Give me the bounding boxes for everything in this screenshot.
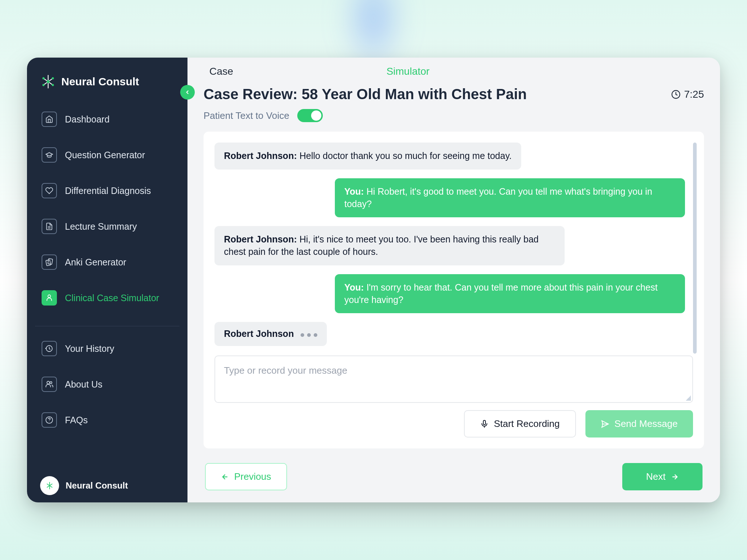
person-icon [42,290,57,306]
svg-point-2 [52,78,54,79]
input-placeholder: Type or record your message [224,365,347,376]
svg-point-4 [52,84,54,86]
sidebar-item-diff-dx[interactable]: Differential Diagnosis [35,176,179,206]
message-sender: Robert Johnson: [224,151,297,161]
header-row: Case Review: 58 Year Old Man with Chest … [204,86,704,102]
sidebar-item-question-gen[interactable]: Question Generator [35,140,179,170]
sidebar-item-label: Anki Generator [65,257,126,268]
brand-icon [40,74,56,90]
svg-rect-15 [483,420,485,425]
actions: Start Recording Send Message [214,410,693,438]
tts-row: Patient Text to Voice [204,109,704,122]
send-message-button[interactable]: Send Message [585,410,693,438]
nav-primary: DashboardQuestion GeneratorDifferential … [27,104,187,319]
footer-brand-icon [40,476,59,495]
chevron-left-icon [184,89,191,96]
next-label: Next [646,471,665,482]
message-text: Hello doctor thank you so much for seein… [297,151,512,161]
message-sender: Robert Johnson: [224,234,297,244]
sidebar-item-label: FAQs [65,415,88,425]
cards-icon [42,254,57,270]
heart-icon [42,183,57,198]
collapse-sidebar-button[interactable] [180,85,195,100]
message-text: Hi Robert, it's good to meet you. Can yo… [344,186,652,209]
message-user: You: I'm sorry to hear that. Can you tel… [335,274,685,314]
chat-panel: Robert Johnson: Hello doctor thank you s… [204,132,704,448]
svg-point-11 [50,382,52,384]
previous-label: Previous [234,471,271,482]
sidebar-item-anki[interactable]: Anki Generator [35,247,179,277]
start-recording-button[interactable]: Start Recording [464,410,576,438]
previous-button[interactable]: Previous [205,463,287,490]
message-patient: Robert Johnson: Hello doctor thank you s… [214,143,521,170]
brand: Neural Consult [27,58,187,104]
people-icon [42,377,57,392]
home-icon [42,112,57,127]
content: Case Review: 58 Year Old Man with Chest … [187,79,720,502]
help-icon [42,412,57,428]
sidebar-item-label: Question Generator [65,150,145,160]
svg-point-3 [43,84,44,86]
typing-indicator: Robert Johnson [214,322,327,346]
sidebar-item-label: Differential Diagnosis [65,186,151,196]
message-sender: Robert Johnson [224,328,294,339]
sidebar-item-label: About Us [65,379,102,390]
microphone-icon [480,420,489,428]
cap-icon [42,147,57,163]
app-window: Neural Consult DashboardQuestion Generat… [27,58,720,502]
history-icon [42,341,57,356]
message-input[interactable]: Type or record your message [214,355,693,403]
doc-icon [42,219,57,234]
scrollbar[interactable] [693,143,697,354]
message-sender: You: [344,282,364,292]
sidebar: Neural Consult DashboardQuestion Generat… [27,58,187,502]
brand-name: Neural Consult [61,75,139,88]
nav-buttons: Previous Next [204,463,704,490]
chat-area: Robert Johnson: Hello doctor thank you s… [214,143,693,346]
sidebar-item-dashboard[interactable]: Dashboard [35,104,179,134]
next-button[interactable]: Next [622,463,703,490]
timer-value: 7:25 [684,89,704,100]
arrow-left-icon [221,473,229,481]
sidebar-item-label: Clinical Case Simulator [65,293,159,303]
tts-label: Patient Text to Voice [204,110,289,121]
svg-point-1 [43,78,44,79]
page-title: Case Review: 58 Year Old Man with Chest … [204,86,527,102]
sidebar-item-faqs[interactable]: FAQs [35,405,179,435]
sidebar-item-history[interactable]: Your History [35,334,179,363]
tab-case[interactable]: Case [209,66,233,77]
typing-dots-icon [301,333,317,337]
record-label: Start Recording [494,418,560,429]
svg-point-10 [47,381,50,384]
send-label: Send Message [615,418,678,429]
message-patient: Robert Johnson: Hi, it's nice to meet yo… [214,226,565,265]
tab-simulator[interactable]: Simulator [386,66,429,77]
sidebar-item-label: Dashboard [65,114,109,125]
clock-icon [671,90,681,99]
main: Case Simulator Case Review: 58 Year Old … [187,58,720,502]
nav-secondary: Your HistoryAbout UsFAQs [27,334,187,441]
timer: 7:25 [671,89,704,100]
sidebar-item-label: Your History [65,343,114,354]
sidebar-item-label: Lecture Summary [65,221,137,232]
sidebar-item-lecture[interactable]: Lecture Summary [35,211,179,241]
tts-toggle[interactable] [297,109,323,122]
footer-brand: Neural Consult [27,469,187,502]
divider [35,326,179,326]
svg-point-9 [48,295,50,298]
message-sender: You: [344,186,364,197]
sidebar-item-simulator[interactable]: Clinical Case Simulator [35,283,179,313]
send-icon [601,420,609,428]
tabs: Case Simulator [187,58,720,79]
sidebar-item-about[interactable]: About Us [35,369,179,399]
message-user: You: Hi Robert, it's good to meet you. C… [335,178,685,218]
svg-point-0 [47,81,49,83]
message-text: I'm sorry to hear that. Can you tell me … [344,282,658,305]
footer-brand-text: Neural Consult [66,481,128,491]
arrow-right-icon [671,473,679,481]
